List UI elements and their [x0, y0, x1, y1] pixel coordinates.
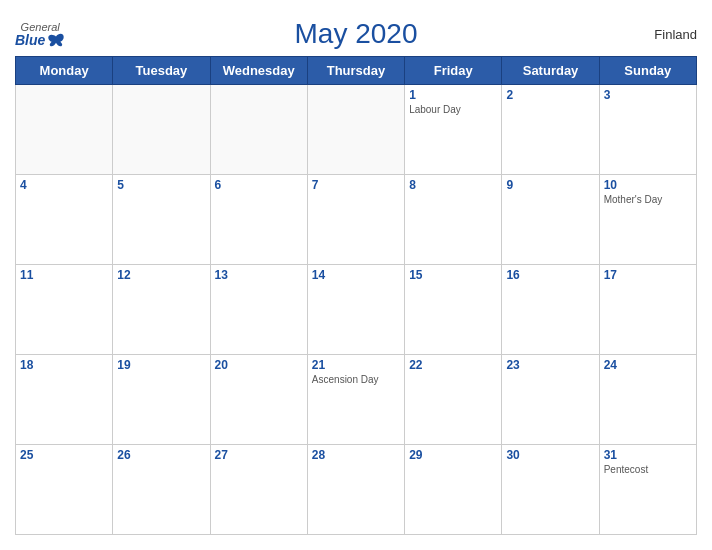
country-label: Finland	[654, 27, 697, 42]
calendar-cell: 7	[307, 175, 404, 265]
calendar-cell: 10Mother's Day	[599, 175, 696, 265]
day-number: 28	[312, 448, 400, 462]
day-number: 3	[604, 88, 692, 102]
day-number: 16	[506, 268, 594, 282]
calendar-cell: 26	[113, 445, 210, 535]
calendar-cell: 8	[405, 175, 502, 265]
day-number: 27	[215, 448, 303, 462]
calendar-cell: 11	[16, 265, 113, 355]
calendar-cell	[210, 85, 307, 175]
calendar-cell: 28	[307, 445, 404, 535]
day-number: 23	[506, 358, 594, 372]
calendar-cell: 15	[405, 265, 502, 355]
calendar-cell: 1Labour Day	[405, 85, 502, 175]
calendar-cell: 14	[307, 265, 404, 355]
day-number: 26	[117, 448, 205, 462]
calendar-cell: 13	[210, 265, 307, 355]
day-number: 12	[117, 268, 205, 282]
calendar-cell: 21Ascension Day	[307, 355, 404, 445]
day-number: 17	[604, 268, 692, 282]
day-number: 13	[215, 268, 303, 282]
day-number: 25	[20, 448, 108, 462]
weekday-header-tuesday: Tuesday	[113, 57, 210, 85]
weekday-header-wednesday: Wednesday	[210, 57, 307, 85]
weekday-header-saturday: Saturday	[502, 57, 599, 85]
day-event: Ascension Day	[312, 374, 400, 385]
calendar-cell: 23	[502, 355, 599, 445]
calendar-table: MondayTuesdayWednesdayThursdayFridaySatu…	[15, 56, 697, 535]
calendar-cell: 4	[16, 175, 113, 265]
calendar-cell: 5	[113, 175, 210, 265]
calendar-cell: 24	[599, 355, 696, 445]
logo-general-text: General	[21, 22, 60, 33]
day-number: 29	[409, 448, 497, 462]
calendar-week-row: 45678910Mother's Day	[16, 175, 697, 265]
calendar-cell: 19	[113, 355, 210, 445]
day-number: 8	[409, 178, 497, 192]
day-number: 9	[506, 178, 594, 192]
calendar-cell: 27	[210, 445, 307, 535]
day-number: 11	[20, 268, 108, 282]
day-number: 1	[409, 88, 497, 102]
day-number: 20	[215, 358, 303, 372]
calendar-cell: 17	[599, 265, 696, 355]
day-number: 6	[215, 178, 303, 192]
calendar-cell: 18	[16, 355, 113, 445]
day-event: Labour Day	[409, 104, 497, 115]
day-number: 22	[409, 358, 497, 372]
weekday-header-row: MondayTuesdayWednesdayThursdayFridaySatu…	[16, 57, 697, 85]
logo-bird-icon	[47, 33, 65, 47]
calendar-week-row: 1Labour Day23	[16, 85, 697, 175]
logo: General Blue	[15, 22, 65, 47]
calendar-cell: 22	[405, 355, 502, 445]
calendar-week-row: 25262728293031Pentecost	[16, 445, 697, 535]
weekday-header-sunday: Sunday	[599, 57, 696, 85]
day-number: 24	[604, 358, 692, 372]
weekday-header-friday: Friday	[405, 57, 502, 85]
calendar-cell: 31Pentecost	[599, 445, 696, 535]
calendar-cell: 20	[210, 355, 307, 445]
calendar-cell: 25	[16, 445, 113, 535]
day-number: 21	[312, 358, 400, 372]
calendar-cell	[113, 85, 210, 175]
calendar-cell: 6	[210, 175, 307, 265]
calendar-header: General Blue May 2020 Finland	[15, 10, 697, 56]
day-number: 31	[604, 448, 692, 462]
day-number: 4	[20, 178, 108, 192]
calendar-cell: 16	[502, 265, 599, 355]
calendar-cell: 9	[502, 175, 599, 265]
calendar-cell: 30	[502, 445, 599, 535]
day-number: 2	[506, 88, 594, 102]
calendar-week-row: 18192021Ascension Day222324	[16, 355, 697, 445]
calendar-cell: 12	[113, 265, 210, 355]
logo-blue-text: Blue	[15, 33, 45, 47]
day-number: 19	[117, 358, 205, 372]
day-number: 14	[312, 268, 400, 282]
calendar-cell: 3	[599, 85, 696, 175]
weekday-header-thursday: Thursday	[307, 57, 404, 85]
day-number: 18	[20, 358, 108, 372]
day-number: 10	[604, 178, 692, 192]
calendar-cell	[307, 85, 404, 175]
weekday-header-monday: Monday	[16, 57, 113, 85]
day-number: 15	[409, 268, 497, 282]
day-number: 7	[312, 178, 400, 192]
day-event: Pentecost	[604, 464, 692, 475]
day-event: Mother's Day	[604, 194, 692, 205]
day-number: 5	[117, 178, 205, 192]
calendar-cell: 29	[405, 445, 502, 535]
calendar-cell	[16, 85, 113, 175]
calendar-cell: 2	[502, 85, 599, 175]
calendar-week-row: 11121314151617	[16, 265, 697, 355]
day-number: 30	[506, 448, 594, 462]
calendar-title: May 2020	[295, 18, 418, 50]
